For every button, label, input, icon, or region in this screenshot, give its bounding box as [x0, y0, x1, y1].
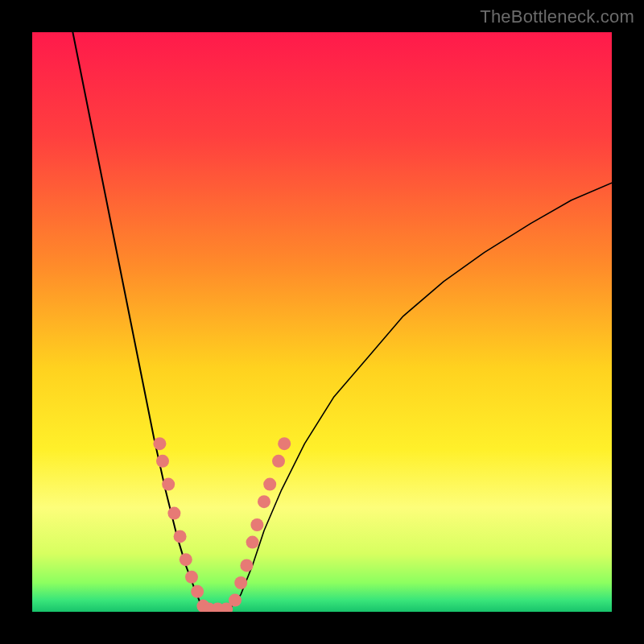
marker-dot	[240, 559, 253, 572]
marker-dot	[180, 553, 192, 566]
marker-dot	[153, 437, 166, 450]
marker-dot	[258, 495, 270, 508]
marker-dot	[185, 571, 198, 584]
marker-dot	[156, 455, 169, 468]
marker-dot	[278, 437, 291, 450]
marker-dot	[263, 478, 276, 491]
marker-dot	[234, 576, 247, 589]
curve-layer	[32, 32, 612, 612]
marker-dot	[229, 594, 242, 607]
chart-frame: TheBottleneck.com	[0, 0, 644, 644]
series-right-branch	[229, 183, 612, 610]
series-left-branch	[72, 32, 206, 610]
plot-area	[32, 32, 612, 612]
marker-dot	[272, 455, 285, 468]
watermark-text: TheBottleneck.com	[480, 6, 634, 27]
marker-dot	[167, 507, 180, 520]
marker-dot	[250, 518, 263, 531]
series-group	[72, 32, 612, 611]
marker-dot	[191, 585, 204, 598]
marker-dot	[246, 536, 259, 549]
marker-dot	[162, 478, 175, 491]
marker-dot	[174, 530, 187, 543]
